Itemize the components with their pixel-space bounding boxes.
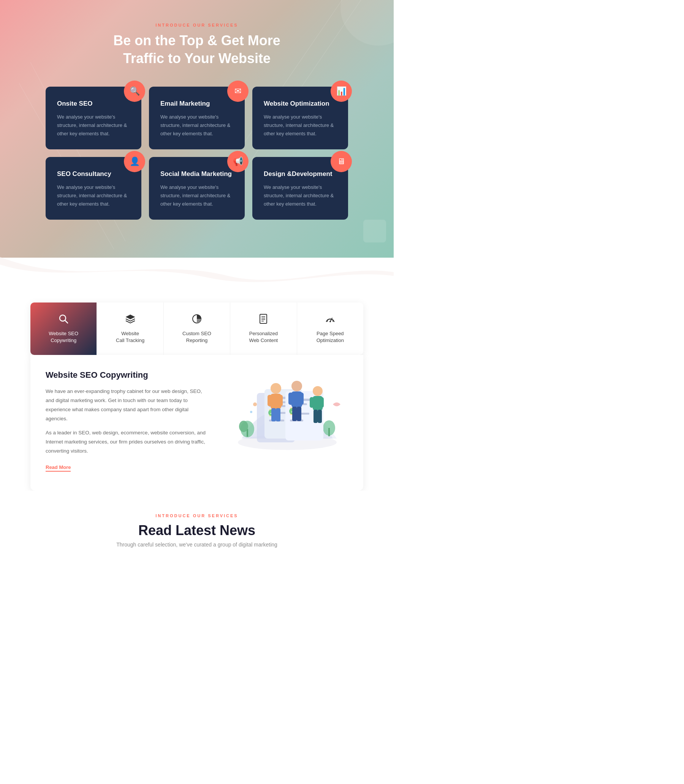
- tab-icon-page-speed-optimization: [324, 313, 336, 326]
- tab-website-call-tracking[interactable]: WebsiteCall Tracking: [97, 303, 163, 355]
- service-desc-design-development: We analyse your website's structure, int…: [264, 183, 337, 208]
- tab-label-personalized-web-content: PersonalizedWeb Content: [249, 330, 278, 344]
- services-intro-label: INTRODUCE OUR SERVICES: [45, 23, 348, 27]
- read-more-link[interactable]: Read More: [45, 465, 71, 472]
- tab-content-image: ✓ ✓: [226, 370, 348, 455]
- service-desc-email-marketing: We analyse your website's structure, int…: [160, 113, 233, 138]
- tab-content-text: Website SEO Copywriting We have an ever-…: [45, 370, 211, 472]
- svg-point-47: [292, 381, 302, 392]
- svg-rect-51: [292, 407, 297, 421]
- tab-icon-website-call-tracking: [125, 313, 136, 326]
- news-main-title: Read Latest News: [31, 523, 363, 539]
- svg-rect-58: [318, 410, 322, 423]
- svg-point-59: [253, 402, 257, 406]
- svg-marker-6: [126, 315, 135, 319]
- svg-rect-8: [260, 314, 267, 323]
- service-icon-design-development: 🖥: [331, 151, 352, 172]
- tab-label-custom-seo-reporting: Custom SEOReporting: [182, 330, 211, 344]
- service-card-design-development[interactable]: 🖥Design &DevelopmentWe analyse your webs…: [252, 157, 348, 219]
- svg-rect-43: [268, 395, 272, 406]
- service-icon-website-optimization: 📊: [331, 81, 352, 102]
- service-title-design-development: Design &Development: [264, 170, 337, 178]
- svg-point-20: [239, 421, 248, 432]
- tab-website-seo-copywriting[interactable]: Website SEOCopywriting: [31, 303, 97, 355]
- tab-content-area: Website SEO Copywriting We have an ever-…: [31, 355, 363, 490]
- svg-rect-56: [319, 397, 324, 408]
- services-grid: 🔍Onsite SEOWe analyse your website's str…: [45, 87, 348, 220]
- wave-separator: [0, 257, 394, 287]
- svg-rect-46: [276, 408, 281, 421]
- news-intro-label: INTRODUCE OUR SERVICES: [31, 513, 363, 518]
- svg-rect-45: [271, 408, 276, 421]
- service-desc-website-optimization: We analyse your website's structure, int…: [264, 113, 337, 138]
- svg-rect-52: [297, 407, 301, 421]
- tab-page-speed-optimization[interactable]: Page SpeedOptimization: [297, 303, 363, 355]
- tab-label-page-speed-optimization: Page SpeedOptimization: [316, 330, 344, 344]
- svg-rect-22: [328, 428, 330, 436]
- tab-label-website-call-tracking: WebsiteCall Tracking: [116, 330, 144, 344]
- tab-body-1: We have an ever-expanding trophy cabinet…: [45, 387, 211, 424]
- service-icon-seo-consultancy: 👤: [124, 151, 145, 172]
- service-desc-social-media-marketing: We analyse your website's structure, int…: [160, 183, 233, 208]
- svg-rect-44: [278, 395, 283, 406]
- service-icon-social-media-marketing: 📢: [227, 151, 248, 172]
- service-card-email-marketing[interactable]: ✉Email MarketingWe analyse your website'…: [149, 87, 245, 149]
- service-card-onsite-seo[interactable]: 🔍Onsite SEOWe analyse your website's str…: [45, 87, 141, 149]
- tab-personalized-web-content[interactable]: PersonalizedWeb Content: [230, 303, 297, 355]
- svg-rect-55: [310, 397, 314, 408]
- svg-rect-50: [299, 392, 303, 405]
- tabs-bar: Website SEOCopywriting WebsiteCall Track…: [31, 303, 363, 355]
- service-desc-seo-consultancy: We analyse your website's structure, int…: [57, 183, 130, 208]
- svg-point-41: [271, 383, 281, 394]
- svg-line-5: [65, 320, 68, 323]
- svg-point-14: [329, 321, 331, 322]
- tab-body-2: As a leader in SEO, web design, ecommerc…: [45, 428, 211, 456]
- service-title-seo-consultancy: SEO Consultancy: [57, 170, 130, 178]
- service-icon-onsite-seo: 🔍: [124, 81, 145, 102]
- tab-icon-custom-seo-reporting: [191, 313, 203, 326]
- service-desc-onsite-seo: We analyse your website's structure, int…: [57, 113, 130, 138]
- svg-point-53: [313, 386, 323, 396]
- tab-icon-personalized-web-content: [258, 313, 269, 326]
- svg-rect-49: [289, 392, 293, 405]
- service-title-social-media-marketing: Social Media Marketing: [160, 170, 233, 178]
- service-title-onsite-seo: Onsite SEO: [57, 100, 130, 108]
- tab-label-website-seo-copywriting: Website SEOCopywriting: [48, 330, 78, 344]
- service-card-website-optimization[interactable]: 📊Website OptimizationWe analyse your web…: [252, 87, 348, 149]
- service-title-website-optimization: Website Optimization: [264, 100, 337, 108]
- news-section: INTRODUCE OUR SERVICES Read Latest News …: [0, 490, 394, 563]
- services-section: INTRODUCE OUR SERVICES Be on the Top & G…: [0, 0, 394, 258]
- news-subtitle: Through careful selection, we've curated…: [31, 542, 363, 548]
- services-main-title: Be on the Top & Get More Traffic to Your…: [45, 32, 348, 68]
- tab-content-title: Website SEO Copywriting: [45, 370, 211, 380]
- service-icon-email-marketing: ✉: [227, 81, 248, 102]
- service-card-social-media-marketing[interactable]: 📢Social Media MarketingWe analyse your w…: [149, 157, 245, 219]
- tabs-section: Website SEOCopywriting WebsiteCall Track…: [0, 287, 394, 355]
- svg-point-60: [250, 411, 252, 413]
- service-title-email-marketing: Email Marketing: [160, 100, 233, 108]
- tab-icon-website-seo-copywriting: [58, 313, 69, 326]
- svg-rect-57: [313, 410, 318, 423]
- service-card-seo-consultancy[interactable]: 👤SEO ConsultancyWe analyse your website'…: [45, 157, 141, 219]
- tab-custom-seo-reporting[interactable]: Custom SEOReporting: [164, 303, 230, 355]
